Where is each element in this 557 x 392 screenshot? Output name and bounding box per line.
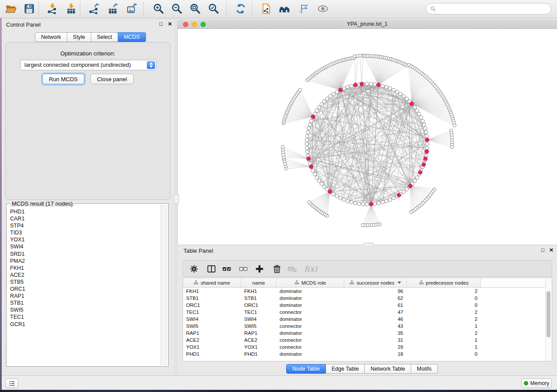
filter-flag-icon[interactable] — [297, 2, 310, 15]
cell-name[interactable]: PHD1 — [241, 351, 277, 358]
cell-predecessor-nodes[interactable]: 0 — [407, 351, 481, 358]
result-node-item[interactable]: STB1 — [10, 299, 158, 306]
eye-icon[interactable] — [316, 2, 329, 15]
result-node-item[interactable]: GCR1 — [10, 321, 158, 328]
table-row[interactable]: STB1STB1dominator620 — [183, 295, 552, 302]
cell-MCDS-role[interactable]: dominator — [277, 295, 344, 302]
export-network-icon[interactable] — [87, 2, 100, 15]
import-network-icon[interactable] — [46, 2, 59, 15]
table-row[interactable]: YOX1YOX1connector291 — [183, 344, 552, 351]
run-mcds-button[interactable]: Run MCDS — [42, 74, 84, 84]
cell-predecessor-nodes[interactable]: 0 — [407, 295, 481, 302]
cell-MCDS-role[interactable]: connector — [277, 309, 344, 316]
cell-predecessor-nodes[interactable]: 2 — [407, 330, 481, 337]
tab-edge-table[interactable]: Edge Table — [326, 364, 365, 374]
cell-name[interactable]: FKH1 — [241, 288, 277, 295]
cell-MCDS-role[interactable]: connector — [277, 337, 344, 344]
table-row[interactable]: RAP1RAP1dominator352 — [183, 330, 552, 337]
result-node-item[interactable]: FKH1 — [10, 265, 158, 272]
cell-predecessor-nodes[interactable]: 1 — [407, 323, 481, 330]
cell-successor-nodes[interactable]: 18 — [344, 351, 407, 358]
table-row[interactable]: ORC1ORC1dominator610 — [183, 302, 552, 309]
tab-network-table[interactable]: Network Table — [365, 364, 411, 374]
result-node-item[interactable]: SWI4 — [10, 243, 158, 250]
column-header-predecessor-nodes[interactable]: predecessor nodes — [407, 278, 481, 287]
select-all-icon[interactable] — [221, 263, 232, 275]
table-row[interactable]: SWI5SWI5connector431 — [183, 323, 552, 330]
cell-successor-nodes[interactable]: 46 — [344, 316, 407, 323]
gear-icon[interactable] — [188, 263, 200, 275]
cell-predecessor-nodes[interactable]: 0 — [407, 302, 481, 309]
cell-name[interactable]: SWI5 — [241, 323, 277, 330]
cell-successor-nodes[interactable]: 35 — [344, 330, 407, 337]
zoom-selected-icon[interactable] — [207, 2, 220, 15]
cell-successor-nodes[interactable]: 31 — [344, 337, 407, 344]
cell-shared-name[interactable]: FKH1 — [183, 288, 241, 295]
cell-shared-name[interactable]: STB1 — [183, 295, 241, 302]
cell-MCDS-role[interactable]: dominator — [277, 330, 344, 337]
optimization-criterion-select[interactable]: largest connected component (undirected) — [20, 60, 156, 70]
split-columns-icon[interactable] — [206, 263, 217, 275]
cell-shared-name[interactable]: YOX1 — [183, 344, 241, 351]
cell-name[interactable]: RAP1 — [241, 330, 277, 337]
zoom-fit-icon[interactable] — [189, 2, 202, 15]
cell-successor-nodes[interactable]: 61 — [344, 302, 407, 309]
cell-predecessor-nodes[interactable]: 2 — [407, 316, 481, 323]
cell-predecessor-nodes[interactable]: 1 — [407, 344, 481, 351]
memory-button[interactable]: Memory — [521, 378, 552, 388]
column-header-MCDS-role[interactable]: MCDS role — [277, 278, 344, 287]
open-folder-icon[interactable] — [4, 2, 17, 15]
cell-predecessor-nodes[interactable]: 2 — [407, 309, 481, 316]
close-panel-button[interactable]: Close panel — [90, 74, 134, 84]
column-header-name[interactable]: name — [241, 278, 277, 287]
network-canvas[interactable] — [177, 29, 557, 244]
float-panel-icon[interactable]: ◻ — [159, 21, 163, 27]
result-node-item[interactable]: TEC1 — [10, 313, 158, 320]
cell-predecessor-nodes[interactable]: 2 — [407, 288, 481, 295]
tab-motifs[interactable]: Motifs — [411, 364, 437, 374]
table-scrollbar[interactable] — [545, 278, 552, 361]
cell-successor-nodes[interactable]: 29 — [344, 344, 407, 351]
close-panel-icon[interactable]: ✕ — [168, 21, 172, 27]
network-window-titlebar[interactable]: YPA_prune.txt_1 — [177, 20, 557, 29]
cell-shared-name[interactable]: SWI4 — [183, 316, 241, 323]
result-node-item[interactable]: CAR1 — [10, 215, 158, 222]
cell-MCDS-role[interactable]: connector — [277, 344, 344, 351]
cell-MCDS-role[interactable]: dominator — [277, 351, 344, 358]
cell-shared-name[interactable]: PHD1 — [183, 351, 241, 358]
search-input[interactable] — [426, 3, 551, 14]
result-node-item[interactable]: SRD1 — [10, 251, 158, 258]
result-node-item[interactable]: SWI5 — [10, 306, 158, 313]
cell-successor-nodes[interactable]: 62 — [344, 295, 407, 302]
result-node-item[interactable]: STB5 — [10, 279, 158, 285]
cell-name[interactable]: ORC1 — [241, 302, 277, 309]
delete-column-icon[interactable] — [271, 263, 283, 275]
export-image-icon[interactable] — [125, 2, 138, 15]
save-icon[interactable] — [23, 2, 36, 15]
result-node-item[interactable]: YOX1 — [10, 236, 158, 243]
scrollbar-thumb[interactable] — [547, 291, 550, 337]
cell-shared-name[interactable]: TEC1 — [183, 309, 241, 316]
result-scrollbar[interactable] — [160, 205, 167, 365]
cell-successor-nodes[interactable]: 96 — [344, 288, 407, 295]
cell-MCDS-role[interactable]: dominator — [277, 316, 344, 323]
cell-successor-nodes[interactable]: 47 — [344, 309, 407, 316]
splitter-grip[interactable] — [173, 194, 179, 204]
cell-MCDS-role[interactable]: dominator — [277, 288, 344, 295]
result-node-item[interactable]: RAP1 — [10, 292, 158, 299]
cell-shared-name[interactable]: ORC1 — [183, 302, 241, 309]
cell-successor-nodes[interactable]: 43 — [344, 323, 407, 330]
tab-select[interactable]: Select — [91, 32, 118, 42]
cell-name[interactable]: SWI4 — [241, 316, 277, 323]
table-row[interactable]: FKH1FKH1dominator962 — [183, 288, 552, 295]
zoom-out-icon[interactable] — [170, 2, 183, 15]
result-node-item[interactable]: PHD1 — [10, 208, 158, 215]
result-node-item[interactable]: PMA2 — [10, 258, 158, 265]
tab-mcds[interactable]: MCDS — [118, 32, 146, 42]
float-panel-icon[interactable]: ◻ — [541, 247, 545, 253]
zoom-in-icon[interactable] — [152, 2, 165, 15]
cell-shared-name[interactable]: ACE2 — [183, 337, 241, 344]
result-node-item[interactable]: ORC1 — [10, 285, 158, 292]
tab-style[interactable]: Style — [67, 32, 91, 42]
cell-MCDS-role[interactable]: connector — [277, 323, 344, 330]
